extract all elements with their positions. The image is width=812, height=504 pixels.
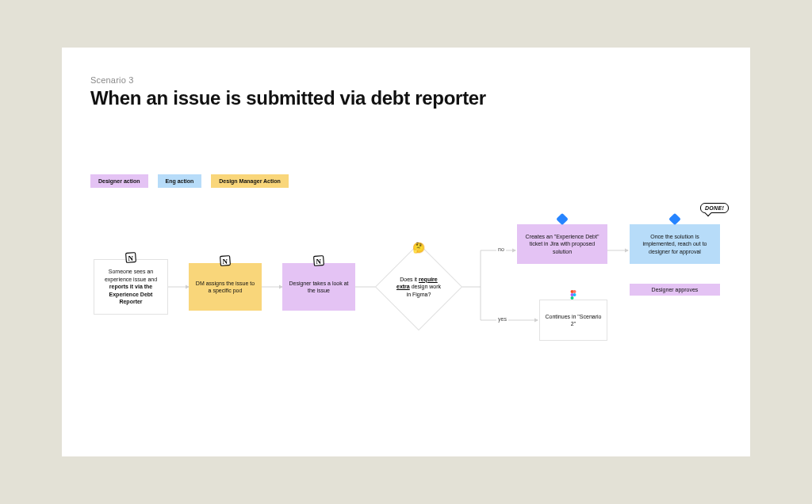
svg-point-15 [571,296,574,300]
decision-post: design work in Figma? [407,284,441,296]
svg-text:N: N [128,254,133,262]
node-look-text: Designer takes a look at the issue [287,280,350,295]
figma-icon [570,290,576,301]
node-implemented-text: Once the solution is implemented, reach … [634,233,715,255]
edge-label-yes: yes [496,315,508,323]
node-report-bold: reports it via the Experience Debt Repor… [109,284,153,304]
node-approve: Designer approves [630,284,720,296]
notion-icon: N [313,255,324,266]
svg-point-14 [573,293,576,296]
done-bubble: DONE! [700,203,729,213]
node-assign: N DM assigns the issue to a specific pod [189,263,262,311]
node-continue: Continues in "Scenario 2" [539,300,607,341]
node-assign-text: DM assigns the issue to a specific pod [193,280,257,295]
svg-text:N: N [316,258,321,265]
decision-pre: Does it [400,277,419,282]
node-report: N Someone sees an experience issue and r… [94,259,168,315]
jira-icon [668,213,681,226]
jira-icon [556,213,569,226]
node-implemented: Once the solution is implemented, reach … [630,224,720,264]
node-look: N Designer takes a look at the issue [282,263,355,311]
diagram-canvas: Scenario 3 When an issue is submitted vi… [62,48,750,456]
node-continue-text: Continues in "Scenario 2" [545,313,602,328]
node-create-ticket-text: Creates an "Experience Debt" ticket in J… [522,233,603,255]
svg-text:N: N [222,258,228,265]
node-decision: 🤔 Does it require extra design work in F… [388,256,450,318]
notion-icon: N [220,255,231,266]
node-create-ticket: Creates an "Experience Debt" ticket in J… [517,224,607,264]
svg-point-12 [573,290,576,293]
node-report-pre: Someone sees an experience issue and [105,269,157,281]
notion-icon: N [125,252,136,263]
thinking-emoji-icon: 🤔 [412,242,425,254]
edge-label-no: no [496,246,506,253]
flowchart: N Someone sees an experience issue and r… [62,48,750,456]
